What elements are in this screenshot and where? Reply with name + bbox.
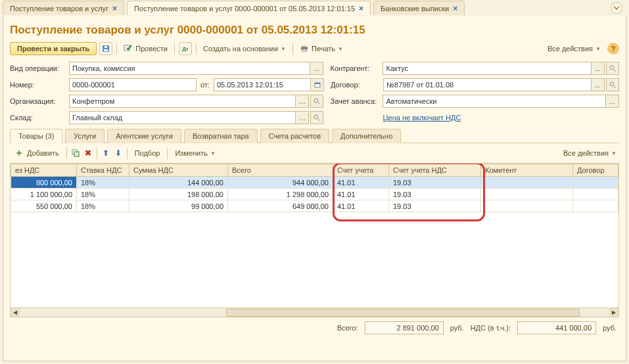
copy-row-icon[interactable] — [70, 148, 81, 158]
all-actions-button[interactable]: Все действия ▼ — [545, 43, 603, 54]
tab-returnable[interactable]: Возвратная тара — [184, 129, 258, 143]
ellipsis-icon[interactable]: … — [592, 78, 605, 91]
post-button[interactable]: Провести — [121, 43, 170, 55]
tab-additional[interactable]: Дополнительно — [332, 129, 401, 143]
cell-rate[interactable]: 18% — [77, 189, 129, 200]
date-input[interactable] — [214, 78, 311, 91]
search-icon[interactable] — [310, 111, 323, 124]
tab-2[interactable]: Банковские выписки × — [373, 1, 465, 15]
col-sum[interactable]: ез НДС — [11, 164, 77, 177]
cell-sum[interactable]: 550 000,00 — [11, 200, 77, 212]
cell-rate[interactable]: 18% — [77, 177, 129, 189]
delete-row-icon[interactable]: ✖ — [83, 148, 93, 158]
svg-rect-5 — [302, 45, 306, 47]
cell-kom[interactable] — [481, 200, 573, 212]
create-based-button[interactable]: Создать на основании ▼ — [200, 43, 289, 54]
cell-accvat[interactable]: 19.03 — [389, 189, 481, 200]
org-input[interactable] — [69, 95, 296, 108]
tab-services[interactable]: Услуги — [65, 129, 105, 143]
operation-input[interactable] — [69, 62, 310, 75]
svg-rect-6 — [302, 49, 306, 51]
close-icon[interactable]: × — [453, 4, 457, 13]
cell-dog[interactable] — [573, 177, 618, 189]
tab-goods[interactable]: Товары (3) — [10, 129, 62, 143]
cell-rate[interactable]: 18% — [77, 200, 129, 212]
move-up-icon[interactable]: ⬆ — [101, 148, 111, 158]
calendar-icon[interactable] — [311, 78, 324, 91]
tab-1[interactable]: Поступление товаров и услуг 0000-000001 … — [127, 1, 371, 15]
close-icon[interactable]: × — [359, 4, 363, 13]
col-total[interactable]: Всего — [228, 164, 333, 177]
number-input[interactable] — [69, 78, 197, 91]
goods-table[interactable]: ез НДС Ставка НДС Сумма НДС Всего Счет у… — [11, 164, 618, 212]
col-dog[interactable]: Договор — [573, 164, 618, 177]
table-row[interactable]: 800 000,0018%144 000,00944 000,0041.0119… — [11, 177, 618, 189]
table-toolbar: ＋ Добавить ✖ ⬆ ⬇ Подбор Изменить ▼ Все д… — [10, 143, 619, 163]
cell-acc[interactable]: 41.01 — [333, 200, 389, 212]
all-actions-label: Все действия — [547, 45, 593, 53]
svg-point-11 — [610, 82, 614, 86]
submit-close-button[interactable]: Провести и закрыть — [10, 42, 97, 55]
cell-kom[interactable] — [481, 177, 573, 189]
cell-vat[interactable]: 198 000,00 — [129, 189, 228, 200]
ellipsis-icon[interactable]: … — [296, 111, 309, 124]
cell-dog[interactable] — [573, 189, 618, 200]
cell-vat[interactable]: 144 000,00 — [129, 177, 228, 189]
post-icon — [124, 44, 133, 53]
chevron-down-icon: ▼ — [210, 150, 216, 156]
scroll-left-icon[interactable]: ◀ — [11, 308, 20, 317]
ellipsis-icon[interactable]: … — [592, 62, 605, 75]
table-row[interactable]: 550 000,0018%99 000,00649 000,0041.0119.… — [11, 200, 618, 212]
ellipsis-icon[interactable]: … — [606, 95, 619, 108]
cell-sum[interactable]: 800 000,00 — [11, 177, 77, 189]
selection-button[interactable]: Подбор — [131, 148, 164, 158]
add-row-button[interactable]: ＋ Добавить — [10, 147, 63, 160]
cell-kom[interactable] — [481, 189, 573, 200]
tab-agent[interactable]: Агентские услуги — [107, 129, 181, 143]
contract-label: Договор: — [331, 81, 383, 89]
cell-acc[interactable]: 41.01 — [333, 177, 389, 189]
cell-vat[interactable]: 99 000,00 — [129, 200, 228, 212]
contract-input[interactable] — [383, 78, 592, 91]
price-vat-link[interactable]: Цена не включает НДС — [383, 114, 461, 122]
tab-accounts[interactable]: Счета расчетов — [260, 129, 329, 143]
search-icon[interactable] — [606, 78, 619, 91]
ellipsis-icon[interactable]: … — [296, 95, 309, 108]
contractor-input[interactable] — [383, 62, 592, 75]
contractor-label: Контрагент: — [330, 64, 383, 72]
tab-0[interactable]: Поступление товаров и услуг × — [3, 1, 124, 15]
search-icon[interactable] — [606, 62, 619, 75]
chevron-down-icon[interactable] — [611, 2, 622, 14]
warehouse-input[interactable] — [69, 111, 296, 124]
all-actions-button[interactable]: Все действия ▼ — [561, 148, 619, 158]
col-accvat[interactable]: Счет учета НДС — [389, 164, 481, 177]
scroll-right-icon[interactable]: ▶ — [609, 308, 618, 317]
cell-acc[interactable]: 41.01 — [333, 189, 389, 200]
col-vat[interactable]: Сумма НДС — [129, 164, 228, 177]
help-icon[interactable]: ? — [607, 43, 619, 55]
col-rate[interactable]: Ставка НДС — [77, 164, 129, 177]
summary-footer: Всего: 2 891 000,00 руб. НДС (в т.ч.): 4… — [10, 317, 619, 334]
cell-total[interactable]: 649 000,00 — [228, 200, 333, 212]
advance-input[interactable] — [383, 95, 606, 108]
print-button[interactable]: Печать ▼ — [297, 43, 346, 55]
edit-button[interactable]: Изменить ▼ — [171, 148, 220, 158]
col-kom[interactable]: Комитент — [481, 164, 573, 177]
ellipsis-icon[interactable]: … — [310, 62, 323, 75]
cell-total[interactable]: 1 298 000,00 — [228, 189, 333, 200]
h-scrollbar[interactable]: ◀ ▶ — [11, 307, 618, 317]
cell-accvat[interactable]: 19.03 — [389, 177, 481, 189]
cell-dog[interactable] — [573, 200, 618, 212]
cell-total[interactable]: 944 000,00 — [228, 177, 333, 189]
cell-accvat[interactable]: 19.03 — [389, 200, 481, 212]
svg-point-7 — [610, 66, 614, 70]
search-icon[interactable] — [310, 95, 323, 108]
col-acc[interactable]: Счет учета — [333, 164, 389, 177]
save-icon[interactable] — [99, 42, 112, 55]
dk-icon[interactable]: Дт — [179, 42, 192, 55]
cell-sum[interactable]: 1 100 000,00 — [11, 189, 77, 200]
vat-label: НДС (в т.ч.): — [471, 324, 511, 332]
table-row[interactable]: 1 100 000,0018%198 000,001 298 000,0041.… — [11, 189, 618, 200]
move-down-icon[interactable]: ⬇ — [113, 148, 124, 158]
close-icon[interactable]: × — [112, 4, 117, 13]
